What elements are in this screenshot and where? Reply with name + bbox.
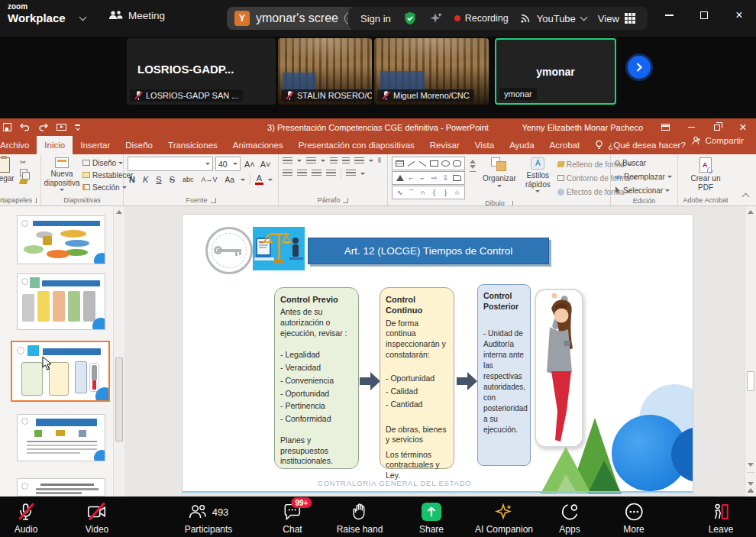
chat-button[interactable]: 99+ Chat bbox=[283, 503, 302, 535]
participant-tile[interactable]: STALIN ROSERO/CNC bbox=[278, 38, 372, 105]
align-left-icon[interactable] bbox=[283, 170, 292, 177]
recording-indicator[interactable]: Recording bbox=[454, 13, 509, 24]
tab-revisar[interactable]: Revisar bbox=[422, 136, 467, 154]
view-control[interactable]: View bbox=[598, 13, 635, 24]
meeting-tab[interactable]: Meeting bbox=[108, 9, 165, 21]
next-participants-page-button[interactable] bbox=[628, 56, 651, 79]
scroll-up-icon[interactable] bbox=[116, 210, 122, 214]
underline-button[interactable]: S bbox=[154, 175, 163, 184]
tab-acrobat[interactable]: Acrobat bbox=[542, 136, 588, 154]
cut-icon[interactable]: ✂ bbox=[20, 158, 27, 167]
arrange-button[interactable]: Organizar bbox=[480, 157, 519, 188]
text-shadow-button[interactable]: abc bbox=[181, 176, 195, 183]
thumbnail-panel-scrollbar[interactable] bbox=[113, 206, 124, 497]
italic-button[interactable]: K bbox=[141, 175, 150, 184]
ppt-minimize-button[interactable] bbox=[678, 118, 704, 136]
find-button[interactable]: Buscar bbox=[615, 157, 674, 169]
columns-icon[interactable] bbox=[346, 170, 356, 177]
text-direction-icon[interactable]: ⫴ bbox=[378, 157, 381, 165]
tab-presentacion[interactable]: Presentación con diapositivas bbox=[291, 136, 422, 154]
font-name-select[interactable] bbox=[128, 157, 213, 171]
slide-thumbnail-4[interactable] bbox=[17, 414, 105, 461]
align-center-icon[interactable] bbox=[297, 170, 307, 177]
ribbon-display-options-icon[interactable] bbox=[652, 118, 678, 136]
bullets-icon[interactable] bbox=[283, 157, 292, 165]
align-right-icon[interactable] bbox=[312, 170, 321, 177]
audio-button[interactable]: Audio bbox=[15, 503, 38, 535]
window-minimize-button[interactable] bbox=[654, 0, 684, 31]
character-spacing-button[interactable]: A↔V bbox=[200, 176, 219, 183]
paste-button[interactable]: Pegar bbox=[0, 157, 17, 184]
font-size-select[interactable]: 40 bbox=[215, 157, 241, 171]
shapes-gallery-scroll[interactable] bbox=[470, 157, 476, 172]
control-previo-box[interactable]: Control Previo Antes de su autorización … bbox=[274, 287, 359, 469]
font-color-button[interactable]: A bbox=[255, 174, 263, 185]
ai-companion-button[interactable]: AI Companion bbox=[475, 503, 533, 535]
slide-thumbnail-1[interactable] bbox=[17, 215, 105, 264]
video-button[interactable]: Video bbox=[86, 503, 108, 535]
start-slideshow-icon[interactable] bbox=[57, 124, 66, 131]
participants-button[interactable]: 493 Participants bbox=[185, 503, 233, 535]
quick-styles-button[interactable]: A Estilos rápidos bbox=[523, 157, 553, 193]
next-slide-button[interactable] bbox=[748, 486, 754, 497]
create-pdf-button[interactable]: A Crear un PDF bbox=[682, 157, 729, 192]
scroll-up-icon[interactable] bbox=[748, 210, 754, 214]
window-close-button[interactable]: × bbox=[724, 0, 754, 31]
strikethrough-button[interactable]: S bbox=[168, 175, 176, 184]
replace-button[interactable]: abReemplazar bbox=[615, 170, 674, 183]
control-posterior-box[interactable]: Control Posterior - Unidad de Auditoría … bbox=[477, 284, 531, 466]
slide-thumbnail-2[interactable] bbox=[17, 273, 105, 330]
slide-canvas[interactable]: Art. 12 (LOCGE) Tiempos de Control Contr… bbox=[182, 214, 693, 494]
save-icon[interactable] bbox=[3, 123, 11, 131]
dialog-launcher-icon[interactable] bbox=[508, 201, 513, 206]
sign-in-button[interactable]: Sign in bbox=[360, 13, 391, 24]
participant-tile[interactable]: LOSRIOS-GADP... LOSRIOS-GADP SAN ... bbox=[127, 38, 276, 105]
tab-animaciones[interactable]: Animaciones bbox=[225, 136, 291, 154]
participant-tile-active-speaker[interactable]: ymonar ymonar bbox=[495, 38, 616, 105]
numbering-icon[interactable] bbox=[306, 157, 316, 165]
justify-icon[interactable] bbox=[326, 170, 336, 177]
select-button[interactable]: Seleccionar bbox=[615, 184, 674, 196]
bold-button[interactable]: N bbox=[128, 175, 137, 184]
copy-icon[interactable] bbox=[20, 169, 27, 176]
change-case-button[interactable]: Aa bbox=[224, 176, 236, 184]
dialog-launcher-icon[interactable] bbox=[211, 198, 216, 203]
tab-insertar[interactable]: Insertar bbox=[73, 136, 118, 154]
leave-button[interactable]: Leave bbox=[709, 503, 734, 535]
tab-transiciones[interactable]: Transiciones bbox=[160, 136, 225, 154]
line-spacing-icon[interactable] bbox=[354, 157, 364, 165]
participant-tile[interactable]: Miguel Moreno/CNC bbox=[374, 38, 489, 105]
undo-icon[interactable] bbox=[20, 123, 31, 131]
tab-ayuda[interactable]: Ayuda bbox=[502, 136, 541, 154]
format-painter-icon[interactable] bbox=[19, 179, 28, 184]
customize-qat-icon[interactable] bbox=[75, 125, 80, 129]
scrollbar-thumb[interactable] bbox=[115, 357, 123, 442]
collapse-ribbon-icon[interactable] bbox=[742, 193, 750, 201]
redo-icon[interactable] bbox=[39, 123, 48, 131]
control-continuo-box[interactable]: Control Continuo De forma continua inspe… bbox=[380, 287, 454, 469]
slide-thumbnail-5[interactable] bbox=[17, 478, 105, 497]
increase-font-icon[interactable]: A˄ bbox=[243, 160, 257, 169]
tab-diseno[interactable]: Diseño bbox=[118, 136, 160, 154]
window-maximize-button[interactable] bbox=[689, 0, 719, 31]
security-shield-icon[interactable] bbox=[402, 11, 418, 26]
decrease-indent-icon[interactable] bbox=[330, 157, 338, 165]
dialog-launcher-icon[interactable] bbox=[343, 198, 348, 203]
slide-area-scrollbar[interactable] bbox=[745, 206, 756, 497]
raise-hand-button[interactable]: Raise hand bbox=[337, 503, 383, 535]
tab-inicio[interactable]: Inicio bbox=[37, 136, 73, 154]
new-slide-button[interactable]: Nueva diapositiva bbox=[45, 157, 79, 193]
ppt-restore-button[interactable] bbox=[704, 118, 730, 136]
tab-vista[interactable]: Vista bbox=[467, 136, 502, 154]
slide-title-banner[interactable]: Art. 12 (LOCGE) Tiempos de Control bbox=[308, 238, 549, 264]
tell-me-box[interactable]: ¿Qué desea hacer? bbox=[587, 136, 693, 154]
scrollbar-thumb[interactable] bbox=[747, 371, 754, 391]
ppt-close-button[interactable]: × bbox=[730, 118, 756, 136]
ai-sparkle-icon[interactable] bbox=[429, 11, 443, 25]
chevron-down-icon[interactable] bbox=[79, 14, 87, 21]
shapes-gallery[interactable]: ⌐ ⌐ ⇨ ⇩ ∿ ⌒ ∩ { } ☆ bbox=[392, 157, 465, 199]
decrease-font-icon[interactable]: A˅ bbox=[259, 160, 273, 169]
scroll-down-icon[interactable] bbox=[748, 463, 754, 467]
tab-archivo[interactable]: Archivo bbox=[0, 136, 37, 154]
dialog-launcher-icon[interactable] bbox=[35, 198, 37, 203]
